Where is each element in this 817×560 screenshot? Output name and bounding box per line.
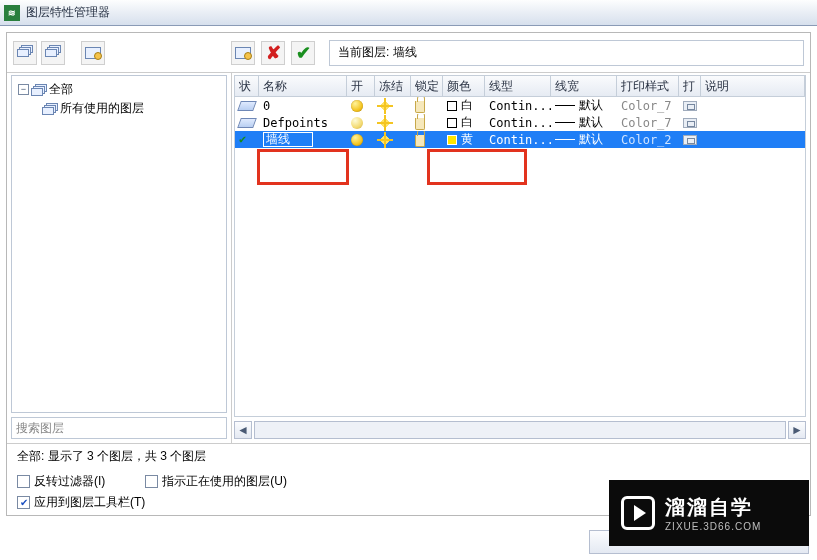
filter-tree-panel: − 全部 所有使用的图层 搜索图层 [7, 73, 232, 443]
play-icon [621, 496, 655, 530]
main-split: − 全部 所有使用的图层 搜索图层 状 [7, 73, 810, 443]
chevron-left-icon: ◄ [237, 423, 249, 437]
collapse-icon[interactable]: − [18, 84, 29, 95]
dialog-body: ✘ ✔ 当前图层: 墙线 − 全部 [6, 32, 811, 516]
cell-ltype[interactable]: Contin... [485, 97, 551, 114]
check-icon: ✔ [296, 42, 311, 64]
lock-icon[interactable] [415, 118, 425, 130]
cell-desc[interactable] [701, 114, 805, 131]
watermark-url: ZIXUE.3D66.COM [665, 521, 761, 532]
scroll-left-button[interactable]: ◄ [234, 421, 252, 439]
window-title: 图层特性管理器 [26, 4, 110, 21]
bulb-on-icon[interactable] [351, 100, 363, 112]
delete-layer-button[interactable]: ✘ [261, 41, 285, 65]
col-on[interactable]: 开 [347, 76, 375, 96]
layers-stack-icon [45, 45, 61, 61]
set-current-button[interactable]: ✔ [291, 41, 315, 65]
table-row[interactable]: ✔ 墙线 黄 Contin... 默认 Color_2 [235, 131, 805, 148]
layer-new-icon [235, 47, 251, 59]
cell-ltype[interactable]: Contin... [485, 114, 551, 131]
plot-icon[interactable] [683, 135, 697, 145]
highlight-box [427, 149, 527, 185]
lock-icon[interactable] [415, 101, 425, 113]
current-layer-label: 当前图层: [338, 44, 389, 61]
cell-color[interactable]: 白 [443, 114, 485, 131]
new-group-button[interactable] [41, 41, 65, 65]
bulb-on-icon[interactable] [351, 117, 363, 129]
col-name[interactable]: 名称 [259, 76, 347, 96]
current-layer-check-icon: ✔ [239, 132, 246, 146]
lock-icon[interactable] [415, 135, 425, 147]
sun-icon[interactable] [379, 134, 391, 146]
grid-header[interactable]: 状 名称 开 冻结 锁定 颜色 线型 线宽 打印样式 打 说明 [234, 75, 806, 97]
checkbox-checked-icon: ✔ [17, 496, 30, 509]
cell-ltype[interactable]: Contin... [485, 131, 551, 148]
layer-grid-panel: 状 名称 开 冻结 锁定 颜色 线型 线宽 打印样式 打 说明 0 [232, 73, 810, 443]
tree-child-label: 所有使用的图层 [60, 100, 144, 117]
highlight-box [257, 149, 349, 185]
layers-stack-icon [42, 103, 58, 115]
table-row[interactable]: 0 白 Contin... 默认 Color_7 [235, 97, 805, 114]
col-plot[interactable]: 打 [679, 76, 701, 96]
watermark-brand: 溜溜自学 [665, 494, 761, 521]
sun-icon[interactable] [379, 117, 391, 129]
col-lock[interactable]: 锁定 [411, 76, 443, 96]
table-row[interactable]: Defpoints 白 Contin... 默认 Color_7 [235, 114, 805, 131]
apply-toolbar-checkbox[interactable]: ✔ 应用到图层工具栏(T) [17, 494, 145, 511]
new-layer-button-2[interactable] [231, 41, 255, 65]
cell-name[interactable]: 墙线 [259, 131, 347, 148]
cell-color[interactable]: 黄 [443, 131, 485, 148]
col-lw[interactable]: 线宽 [551, 76, 617, 96]
sun-icon[interactable] [379, 100, 391, 112]
toolbar: ✘ ✔ 当前图层: 墙线 [7, 33, 810, 73]
cell-name[interactable]: 0 [259, 97, 347, 114]
layer-states-button[interactable] [81, 41, 105, 65]
tree-child[interactable]: 所有使用的图层 [14, 99, 224, 118]
col-pstyle[interactable]: 打印样式 [617, 76, 679, 96]
titlebar: ≋ 图层特性管理器 [0, 0, 817, 26]
col-color[interactable]: 颜色 [443, 76, 485, 96]
scroll-track[interactable] [254, 421, 786, 439]
new-layer-button[interactable] [13, 41, 37, 65]
cell-name[interactable]: Defpoints [259, 114, 347, 131]
grid-body[interactable]: 0 白 Contin... 默认 Color_7 Defpoints [234, 97, 806, 417]
layer-states-icon [85, 47, 101, 59]
col-ltype[interactable]: 线型 [485, 76, 551, 96]
lineweight-icon [555, 122, 575, 123]
lineweight-icon [555, 139, 575, 140]
col-status[interactable]: 状 [235, 76, 259, 96]
invert-filter-label: 反转过滤器(I) [34, 473, 105, 490]
filter-tree[interactable]: − 全部 所有使用的图层 [11, 75, 227, 413]
layer-status-icon [237, 101, 257, 111]
watermark: 溜溜自学 ZIXUE.3D66.COM [609, 480, 809, 546]
checkbox-icon [17, 475, 30, 488]
plot-icon[interactable] [683, 118, 697, 128]
cell-color[interactable]: 白 [443, 97, 485, 114]
h-scrollbar[interactable]: ◄ ► [234, 419, 806, 441]
cell-lw[interactable]: 默认 [551, 97, 617, 114]
search-input[interactable]: 搜索图层 [11, 417, 227, 439]
checkbox-icon [145, 475, 158, 488]
bulb-on-icon[interactable] [351, 134, 363, 146]
cell-lw[interactable]: 默认 [551, 114, 617, 131]
tree-root-label: 全部 [49, 81, 73, 98]
scroll-right-button[interactable]: ► [788, 421, 806, 439]
plot-icon[interactable] [683, 101, 697, 111]
col-desc[interactable]: 说明 [701, 76, 805, 96]
cell-desc[interactable] [701, 97, 805, 114]
cell-pstyle: Color_2 [617, 131, 679, 148]
apply-toolbar-label: 应用到图层工具栏(T) [34, 494, 145, 511]
color-swatch [447, 101, 457, 111]
col-freeze[interactable]: 冻结 [375, 76, 411, 96]
layer-name-edit[interactable]: 墙线 [263, 132, 313, 147]
tree-root[interactable]: − 全部 [14, 80, 224, 99]
x-icon: ✘ [266, 42, 281, 64]
cell-desc[interactable] [701, 131, 805, 148]
color-swatch [447, 135, 457, 145]
cell-pstyle: Color_7 [617, 114, 679, 131]
lineweight-icon [555, 105, 575, 106]
app-icon: ≋ [4, 5, 20, 21]
invert-filter-checkbox[interactable]: 反转过滤器(I) [17, 473, 105, 490]
cell-lw[interactable]: 默认 [551, 131, 617, 148]
indicate-inuse-checkbox[interactable]: 指示正在使用的图层(U) [145, 473, 287, 490]
